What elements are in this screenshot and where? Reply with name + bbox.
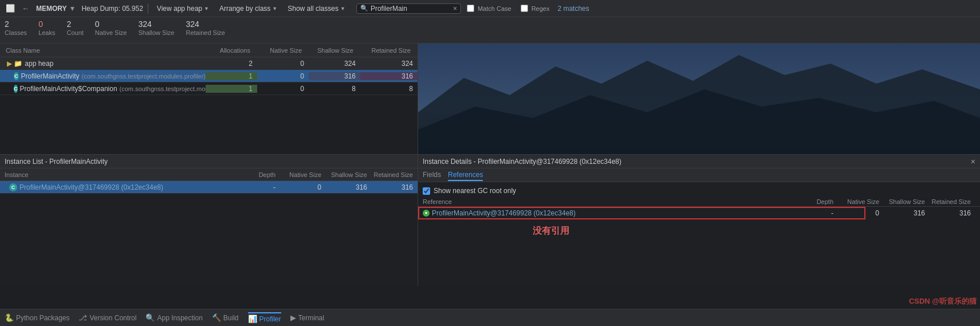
details-panel: Instance Details - ProfilerMainActivity@…	[418, 155, 980, 286]
col-class-name: Class Name	[2, 47, 203, 54]
table-row[interactable]: ▶ 📁 app heap 2 0 324 324	[0, 57, 418, 70]
stats-row: 2 Classes 0 Leaks 2 Count 0 Native Size …	[0, 17, 980, 44]
bottom-item-terminal[interactable]: ▶ Terminal	[290, 313, 324, 322]
ref-col-reference: Reference	[423, 198, 809, 205]
main-container: Class Name Allocations Native Size Shall…	[0, 44, 980, 154]
mountain-background	[418, 44, 980, 154]
ref-row-retained: 316	[930, 209, 975, 217]
stat-count: 2 Count	[66, 19, 83, 37]
annotation-text: 没有引用	[533, 225, 569, 237]
terminal-icon: ▶	[290, 313, 296, 322]
annotation-area: 没有引用	[418, 219, 980, 254]
right-panel	[418, 44, 980, 154]
reference-row-container: ● ProfilerMainActivity@317469928 (0x12ec…	[418, 207, 980, 219]
row-companion-native: 0	[257, 85, 309, 93]
search-input[interactable]	[371, 5, 451, 13]
count-val: 2	[66, 19, 71, 29]
arrange-by-class-arrow: ▼	[272, 6, 277, 11]
list-item[interactable]: ● ProfilerMainActivity@317469928 (0x12ec…	[418, 207, 980, 219]
row-companion-retained: 8	[360, 85, 418, 93]
search-box: 🔍 ×	[356, 3, 461, 14]
regex-button[interactable]: Regex	[517, 3, 553, 13]
row-companion-shallow: 8	[309, 85, 360, 93]
match-case-label: Match Case	[478, 5, 511, 12]
bottom-item-version-control[interactable]: ⎇ Version Control	[78, 313, 136, 322]
ref-row-shallow: 316	[884, 209, 930, 217]
profiler-label: Profiler	[259, 315, 281, 323]
build-icon: 🔨	[212, 313, 221, 322]
col-native-size: Native Size	[255, 47, 306, 54]
row-companion-name: C ProfilerMainActivity$Companion (com.so…	[0, 85, 206, 93]
regex-checkbox[interactable]	[521, 5, 528, 12]
col-shallow-size: Shallow Size	[306, 47, 358, 54]
gc-root-label: Show nearest GC root only	[434, 187, 516, 195]
row-app-heap-alloc: 2	[206, 60, 257, 68]
leaks-count: 0	[38, 19, 43, 29]
reference-table-header: Reference Depth Native Size Shallow Size…	[418, 197, 980, 207]
match-case-checkbox[interactable]	[467, 5, 474, 12]
right-panel-placeholder	[418, 44, 980, 154]
gc-checkbox-row: Show nearest GC root only	[418, 184, 980, 197]
stat-classes: 2 Classes	[5, 19, 27, 37]
class-table-header: Class Name Allocations Native Size Shall…	[0, 44, 418, 57]
ref-col-native-size: Native Size	[838, 198, 884, 205]
class-table-body: ▶ 📁 app heap 2 0 324 324 C ProfilerMainA…	[0, 57, 418, 154]
native-size-val: 0	[95, 19, 100, 29]
col-allocations: Allocations	[203, 47, 255, 54]
tab-references[interactable]: References	[448, 170, 483, 181]
row-app-heap-retained: 324	[360, 60, 418, 68]
row-pma-retained: 316	[360, 72, 418, 80]
show-all-classes-label: Show all classes	[288, 5, 339, 13]
tab-fields[interactable]: Fields	[423, 170, 441, 181]
bottom-item-profiler[interactable]: 📊 Profiler	[248, 312, 281, 323]
row-app-heap-native: 0	[257, 60, 309, 68]
col-instance: Instance	[0, 171, 234, 178]
ref-col-depth: Depth	[809, 198, 838, 205]
instance-row-retained: 316	[372, 183, 418, 191]
gc-root-checkbox[interactable]	[423, 187, 430, 195]
native-size-label: Native Size	[95, 29, 127, 37]
stat-shallow-size: 324 Shallow Size	[138, 19, 174, 37]
stat-leaks: 0 Leaks	[38, 19, 55, 37]
python-packages-icon: 🐍	[5, 313, 14, 322]
view-app-heap-dropdown[interactable]: View app heap ▼	[153, 3, 213, 14]
row-profiler-main-name: C ProfilerMainActivity (com.southgnss.te…	[0, 72, 206, 80]
bottom-item-app-inspection[interactable]: 🔍 App Inspection	[145, 313, 202, 322]
back-button[interactable]: ←	[19, 3, 32, 14]
instance-row-native: 0	[280, 183, 326, 191]
leaks-label: Leaks	[38, 29, 55, 37]
window-icon[interactable]: ⬜	[3, 3, 17, 14]
ref-icon: ●	[423, 210, 430, 217]
instance-row-name: C ProfilerMainActivity@317469928 (0x12ec…	[0, 183, 234, 191]
bottom-bar: 🐍 Python Packages ⎇ Version Control 🔍 Ap…	[0, 309, 980, 326]
view-app-heap-arrow: ▼	[204, 6, 209, 11]
retained-size-label: Retained Size	[186, 29, 225, 37]
col-shallow-size: Shallow Size	[326, 171, 372, 178]
show-all-classes-dropdown[interactable]: Show all classes ▼	[284, 3, 349, 14]
ref-row-depth: -	[809, 209, 838, 217]
bottom-split: Instance List - ProfilerMainActivity Ins…	[0, 154, 980, 286]
col-depth: Depth	[234, 171, 280, 178]
search-close-icon[interactable]: ×	[453, 5, 457, 13]
bottom-item-build[interactable]: 🔨 Build	[212, 313, 239, 322]
arrange-by-class-dropdown[interactable]: Arrange by class ▼	[215, 3, 281, 14]
table-row[interactable]: C ProfilerMainActivity (com.southgnss.te…	[0, 70, 418, 83]
instance-panel-title: Instance List - ProfilerMainActivity	[0, 155, 418, 168]
ref-col-retained-size: Retained Size	[930, 198, 975, 205]
instance-panel: Instance List - ProfilerMainActivity Ins…	[0, 155, 418, 286]
instance-table-header: Instance Depth Native Size Shallow Size …	[0, 168, 418, 181]
stat-retained-size: 324 Retained Size	[186, 19, 225, 37]
retained-size-val: 324	[186, 19, 199, 29]
row-app-heap-shallow: 324	[309, 60, 360, 68]
arrange-by-class-label: Arrange by class	[219, 5, 270, 13]
table-row[interactable]: C ProfilerMainActivity$Companion (com.so…	[0, 83, 418, 95]
details-close-icon[interactable]: ×	[971, 157, 975, 166]
watermark: CSDN @听音乐的猫	[909, 296, 977, 307]
row-app-heap-name: ▶ 📁 app heap	[0, 60, 206, 68]
details-tabs: Fields References	[418, 168, 980, 182]
bottom-item-python-packages[interactable]: 🐍 Python Packages	[5, 313, 69, 322]
view-app-heap-label: View app heap	[157, 5, 202, 13]
match-case-button[interactable]: Match Case	[463, 3, 515, 13]
list-item[interactable]: C ProfilerMainActivity@317469928 (0x12ec…	[0, 181, 418, 194]
regex-label: Regex	[532, 5, 550, 12]
